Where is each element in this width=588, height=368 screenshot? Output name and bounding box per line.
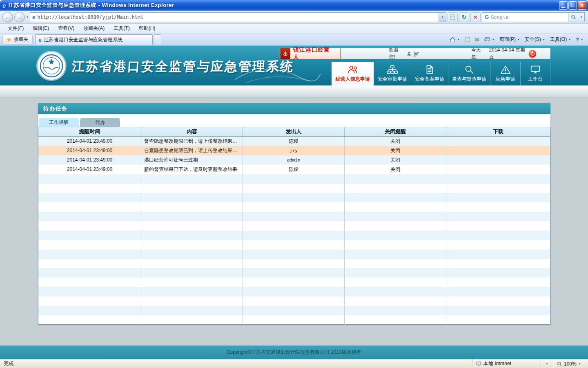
column-header-2: 内容 — [141, 127, 243, 137]
task-tab-reminders[interactable]: 工作提醒 — [39, 118, 79, 127]
content-area: 待办任务 工作提醒代办 提醒时间内容发出人关闭提醒下载 2014-04-01 2… — [0, 98, 588, 346]
home-button[interactable]: ▼ — [447, 35, 462, 45]
welcome-label: 欢迎您! — [389, 47, 404, 61]
nav-tab-label: 安全备案申请 — [415, 76, 444, 83]
tab-favicon: e — [39, 37, 42, 43]
history-dropdown[interactable]: ▼ — [26, 16, 29, 18]
column-header-5: 下载 — [446, 127, 550, 137]
cell-download — [446, 155, 550, 165]
cell-close: 关闭 — [345, 155, 446, 165]
close-icon: × — [580, 2, 584, 9]
read-mail-button[interactable]: ✉ — [472, 35, 482, 45]
feeds-button[interactable] — [462, 35, 472, 45]
nav-tab-4[interactable]: 自查与督查申请 — [448, 62, 490, 85]
search-input[interactable]: Google — [491, 14, 568, 20]
page-menu-button[interactable]: 页面(P) ▼ — [497, 35, 522, 45]
menu-view[interactable]: 查看(V) — [53, 24, 79, 33]
warning-icon — [500, 65, 511, 74]
nav-tab-label: 经营人信息申请 — [336, 76, 370, 83]
nav-tab-2[interactable]: 安全审批申请 — [374, 62, 411, 85]
address-bar[interactable]: e http://localhost:8080/yjpt/Main.html ▼ — [30, 12, 446, 22]
maximize-icon: □ — [571, 3, 574, 8]
safety-menu-label: 安全(S) — [525, 36, 541, 43]
favorites-button[interactable]: ★ 收藏夹 — [2, 35, 33, 45]
monitor-icon — [530, 65, 541, 74]
browser-tab[interactable]: e 江苏省港口安全监管与应急管理系统 — [35, 34, 153, 45]
nav-tab-1[interactable]: 经营人信息申请 — [332, 62, 374, 85]
cell-content: 督查隐患整改期限已到，请上传整改结果… — [141, 137, 243, 146]
minimize-icon: — — [561, 6, 566, 9]
security-zone: 本地 Intranet — [472, 359, 541, 368]
nav-tab-label: 应急申请 — [496, 76, 515, 83]
safety-menu-button[interactable]: 安全(S) ▼ — [522, 35, 548, 45]
menu-tools[interactable]: 工具(T) — [109, 24, 134, 33]
magnifier-icon — [463, 65, 475, 74]
operator-role-label: 镇江港口经营人 — [293, 46, 334, 61]
cell-download — [446, 137, 550, 146]
empty-row — [38, 240, 550, 249]
logout-button[interactable] — [529, 50, 536, 58]
close-reminder-link[interactable]: 关闭 — [390, 166, 400, 172]
search-dropdown-button[interactable]: ▼ — [578, 13, 584, 22]
status-options-button[interactable]: ▼ — [541, 359, 553, 368]
forward-button[interactable]: → — [14, 12, 25, 22]
printer-icon — [484, 37, 490, 43]
port-logo — [38, 52, 65, 80]
stop-icon: × — [474, 13, 477, 20]
ie-logo-icon: e — [2, 2, 6, 9]
nav-tab-5[interactable]: 应急申请 — [490, 62, 520, 85]
dropdown-caret-icon: ▼ — [580, 16, 583, 18]
table-header-row: 提醒时间内容发出人关闭提醒下载 — [38, 127, 550, 137]
close-button[interactable]: × — [578, 1, 586, 10]
intranet-zone-icon — [476, 361, 481, 366]
task-table: 提醒时间内容发出人关闭提醒下载 2014-04-01 23:49:00督查隐患整… — [38, 127, 550, 325]
address-dropdown-button[interactable]: ▼ — [439, 13, 446, 22]
empty-row — [38, 278, 550, 287]
zoom-level: 100% — [564, 361, 577, 367]
search-button[interactable] — [569, 13, 578, 22]
help-icon: ? — [576, 36, 579, 43]
dropdown-caret-icon: ▼ — [543, 38, 545, 41]
forward-arrow-icon: → — [17, 13, 23, 20]
back-arrow-icon: ← — [5, 13, 11, 20]
minimize-button[interactable]: — — [559, 1, 568, 10]
compatibility-view-button[interactable] — [448, 12, 458, 22]
dropdown-caret-icon: ▼ — [492, 38, 494, 41]
help-button[interactable]: ? ▼ — [573, 35, 586, 45]
refresh-button[interactable]: ↻ — [459, 12, 469, 22]
stop-button[interactable]: × — [470, 12, 481, 22]
task-tab-todo[interactable]: 代办 — [80, 118, 120, 127]
zoom-control[interactable]: 100% ▼ — [553, 359, 588, 368]
user-icon — [407, 51, 411, 56]
cell-content: 自查隐患整改期限已到，请上传整改结果… — [141, 146, 243, 155]
menu-help[interactable]: 帮助(H) — [134, 24, 160, 33]
maximize-button[interactable]: □ — [568, 1, 577, 10]
todo-panel: 待办任务 工作提醒代办 提醒时间内容发出人关闭提醒下载 2014-04-01 2… — [38, 103, 550, 325]
nav-tab-6[interactable]: 工作台 — [520, 62, 550, 85]
cell-content: 新的督查结果已下达，请及时更新整改结果 — [141, 165, 243, 174]
url-text[interactable]: http://localhost:8080/yjpt/Main.html — [37, 14, 437, 20]
cell-close: 关闭 — [345, 137, 446, 146]
close-reminder-link[interactable]: 关闭 — [390, 138, 400, 144]
empty-row — [38, 221, 550, 231]
column-header-4: 关闭提醒 — [345, 127, 446, 137]
close-reminder-link[interactable]: 关闭 — [390, 148, 400, 153]
empty-row — [38, 202, 550, 212]
mail-icon: ✉ — [475, 36, 479, 43]
status-bar: 完成 本地 Intranet ▼ 100% ▼ — [0, 359, 588, 368]
menu-edit[interactable]: 编辑(E) — [28, 24, 53, 33]
new-tab-button[interactable] — [154, 34, 161, 45]
empty-row — [38, 184, 550, 193]
magnifier-icon — [571, 14, 576, 20]
back-button[interactable]: ← — [2, 12, 13, 22]
close-reminder-link[interactable]: 关闭 — [390, 157, 400, 163]
menu-file[interactable]: 文件(F) — [3, 24, 28, 33]
cell-sender: admin — [243, 155, 345, 165]
cell-download — [446, 165, 550, 174]
menu-favorites[interactable]: 收藏夹(A) — [79, 24, 109, 33]
tools-menu-button[interactable]: 工具(O) ▼ — [548, 35, 573, 45]
nav-tab-3[interactable]: 安全备案申请 — [411, 62, 448, 85]
print-button[interactable]: ▼ — [482, 35, 497, 45]
page-icon: e — [32, 14, 35, 20]
search-box[interactable]: G Google ▼ — [482, 12, 585, 22]
